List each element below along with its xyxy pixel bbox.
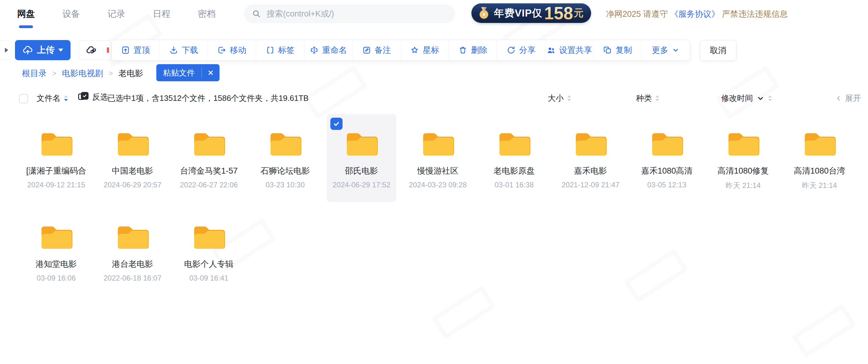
folder-tile[interactable]: 嘉禾1080高清 03-05 12:13 <box>632 114 702 202</box>
tag-brackets-icon <box>266 46 275 55</box>
folder-date: 03-23 10:30 <box>266 180 305 189</box>
folder-name: 嘉禾电影 <box>574 165 607 176</box>
column-type[interactable]: 种类 <box>636 93 659 104</box>
trash-icon <box>458 46 467 55</box>
column-modified[interactable]: 修改时间 <box>721 93 772 104</box>
cloud-link-icon <box>86 44 97 56</box>
folder-icon <box>343 128 380 158</box>
folder-tile[interactable]: 电影个人专辑 03-09 16:41 <box>174 207 244 295</box>
rename-button[interactable]: 重命名 <box>304 40 353 60</box>
folder-name: 港台老电影 <box>112 258 153 270</box>
delete-button[interactable]: 删除 <box>449 40 497 60</box>
vip-banner[interactable]: 年费VIP仅 158 元 <box>471 3 591 23</box>
action-label: 设置共享 <box>559 45 592 56</box>
invert-selection-button[interactable]: 反选 <box>78 92 108 102</box>
column-size[interactable]: 大小 <box>548 93 571 104</box>
chevron-left-icon <box>835 95 842 102</box>
breadcrumb-root[interactable]: 根目录 <box>22 68 47 79</box>
nav-tab-label: 密档 <box>198 9 216 19</box>
selection-stats: 已选中1项，含13512个文件，1586个文件夹，共19.61TB <box>107 93 309 104</box>
share-settings-button[interactable]: 设置共享 <box>545 40 593 60</box>
action-label: 下载 <box>182 45 198 56</box>
notice-text-pre: 净网2025 请遵守 <box>606 9 668 19</box>
folder-tile[interactable]: 慢慢游社区 2024-03-23 09:28 <box>403 114 473 202</box>
tile-checkbox[interactable] <box>330 118 343 130</box>
action-label: 移动 <box>230 45 246 56</box>
selection-toolbar: 置顶 下载 移动 标签 重命名 <box>111 40 690 60</box>
folder-date: 昨天 21:14 <box>726 180 761 190</box>
folder-name: 港知堂电影 <box>36 258 77 270</box>
folder-name: [潇湘子重编码合 <box>26 165 86 176</box>
nav-tab-devices[interactable]: 设备 <box>62 8 80 20</box>
folder-icon <box>725 128 762 158</box>
nav-tab-vault[interactable]: 密档 <box>198 8 216 20</box>
share-icon <box>506 46 516 55</box>
note-button[interactable]: 备注 <box>353 40 401 60</box>
download-button[interactable]: 下载 <box>160 40 208 60</box>
note-pencil-icon <box>362 46 371 55</box>
folder-tile[interactable]: 老电影原盘 03-01 16:38 <box>479 114 549 202</box>
folder-tile[interactable]: [潇湘子重编码合 2024-09-12 21:15 <box>21 114 91 202</box>
folder-date: 2022-06-18 16:07 <box>103 274 161 282</box>
folder-icon <box>420 128 456 158</box>
folder-icon <box>114 128 151 158</box>
folder-tile[interactable]: 港知堂电影 03-09 16:06 <box>21 207 91 295</box>
nav-tab-schedule[interactable]: 日程 <box>153 8 170 20</box>
folder-tile[interactable]: 高清1080台湾 昨天 21:14 <box>785 114 854 202</box>
share-button[interactable]: 分享 <box>497 40 545 60</box>
folder-date: 2022-06-27 22:06 <box>180 180 238 189</box>
folder-tile[interactable]: 台湾金马奖1-57 2022-06-27 22:06 <box>174 114 244 202</box>
folder-tile[interactable]: 高清1080修复 昨天 21:14 <box>708 114 778 202</box>
pin-top-button[interactable]: 置顶 <box>112 40 160 60</box>
nav-tab-drive[interactable]: 网盘 <box>17 8 35 20</box>
folder-name: 台湾金马奖1-57 <box>180 165 238 176</box>
paste-files-button[interactable]: 粘贴文件 <box>156 67 202 78</box>
check-icon <box>333 120 340 128</box>
active-tab-underline <box>19 25 33 28</box>
folder-tile[interactable]: 石狮论坛电影 03-23 10:30 <box>250 114 320 202</box>
folder-tile[interactable]: 嘉禾电影 2021-12-09 21:47 <box>556 114 625 202</box>
nav-tab-records[interactable]: 记录 <box>107 8 125 20</box>
breadcrumb: 根目录 > 电影电视剧 > 老电影 <box>22 65 143 82</box>
cancel-button[interactable]: 取消 <box>700 40 736 61</box>
cloud-upload-icon <box>22 45 33 56</box>
action-label: 分享 <box>519 45 535 56</box>
folder-date: 03-01 16:38 <box>495 180 534 189</box>
folder-tile[interactable]: 中国老电影 2024-06-29 20:57 <box>98 114 167 202</box>
expand-panel-button[interactable]: 展开 <box>835 93 861 104</box>
watermark-mark <box>792 304 857 358</box>
download-icon <box>169 46 178 55</box>
copy-button[interactable]: 复制 <box>593 40 642 60</box>
paste-close-button[interactable] <box>202 69 219 76</box>
folder-name: 高清1080台湾 <box>794 165 845 176</box>
select-all-checkbox[interactable] <box>19 94 28 103</box>
folder-tile[interactable]: 港台老电影 2022-06-18 16:07 <box>98 207 167 295</box>
rename-icon <box>310 46 319 55</box>
service-agreement-link[interactable]: 《服务协议》 <box>670 9 720 19</box>
star-button[interactable]: 星标 <box>401 40 449 60</box>
folder-name: 老电影原盘 <box>494 165 535 176</box>
folder-tile[interactable]: 邵氏电影 2024-06-29 17:52 <box>327 114 396 202</box>
column-filename[interactable]: 文件名 <box>37 93 68 104</box>
upload-button[interactable]: 上传 <box>15 40 70 60</box>
folder-date: 2024-09-12 21:15 <box>27 180 85 189</box>
move-button[interactable]: 移动 <box>208 40 256 60</box>
badge <box>107 47 109 53</box>
move-icon <box>217 46 226 55</box>
vip-banner-price: 158 <box>544 5 573 22</box>
folder-date: 昨天 21:14 <box>802 180 837 190</box>
more-button[interactable]: 更多 <box>642 40 690 60</box>
breadcrumb-parent[interactable]: 电影电视剧 <box>62 68 103 79</box>
tag-button[interactable]: 标签 <box>256 40 304 60</box>
sort-arrows <box>567 95 571 101</box>
sidebar-expand-button[interactable] <box>0 40 11 60</box>
chevron-down-icon <box>756 94 765 102</box>
close-icon <box>207 69 214 76</box>
folder-date: 2021-12-09 21:47 <box>561 180 619 189</box>
search-input[interactable] <box>266 9 447 19</box>
action-label: 删除 <box>471 45 487 56</box>
chevron-down-icon <box>672 46 680 54</box>
breadcrumb-separator: > <box>52 69 57 78</box>
folder-name: 石狮论坛电影 <box>260 165 310 176</box>
cloud-link-button[interactable] <box>79 40 111 60</box>
